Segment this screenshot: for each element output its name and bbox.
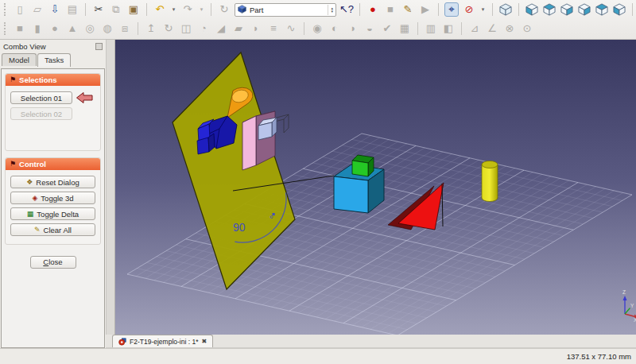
- whats-this-icon[interactable]: ↖?: [339, 2, 354, 17]
- yellow-cylinder[interactable]: [482, 161, 498, 202]
- part-ruled-surface-icon: ◗: [249, 21, 263, 36]
- toolbar-separator: [632, 3, 633, 16]
- part-mirror-icon: ◫: [179, 21, 193, 36]
- undo-icon[interactable]: ↶: [153, 2, 167, 17]
- part-boolean-union-icon: ◐: [328, 21, 342, 36]
- zoom-fit-all-icon[interactable]: ⌖: [444, 2, 459, 17]
- paste-icon[interactable]: ▣: [126, 2, 141, 17]
- selection-02-button: Selection 02: [10, 107, 72, 120]
- toggle-3d-icon: ◈: [32, 195, 37, 202]
- workbench-spinner[interactable]: ▴▾: [328, 5, 333, 15]
- part-cone-icon: ▲: [65, 21, 80, 36]
- part-defeaturing-icon: ▦: [398, 21, 412, 36]
- selection-01-button[interactable]: Selection 01: [10, 91, 72, 104]
- redo-icon: ↷: [180, 2, 195, 17]
- view-front-icon[interactable]: [525, 2, 539, 17]
- part-loft-icon: ≡: [266, 21, 281, 36]
- control-group-title: Control: [19, 160, 46, 168]
- document-tab-close-icon[interactable]: ✖: [201, 339, 207, 345]
- clear-all-button[interactable]: ✎ Clear All: [10, 223, 95, 236]
- macro-play-icon: ▶: [418, 2, 432, 17]
- toolbar-separator: [417, 22, 418, 35]
- reset-dialog-button[interactable]: ❖ Reset Dialog: [10, 176, 95, 188]
- freecad-file-icon: [118, 338, 126, 346]
- toolbar-separator: [304, 22, 304, 35]
- tab-tasks[interactable]: Tasks: [37, 53, 71, 67]
- toolbar-separator: [461, 22, 462, 35]
- view-left-icon[interactable]: [612, 2, 626, 17]
- document-tab[interactable]: F2-T19-ejemplo-ini : 1* ✖: [112, 335, 213, 347]
- angle-handle-dot[interactable]: [273, 213, 275, 215]
- part-fillet-icon: ◔: [196, 21, 211, 36]
- tab-model[interactable]: Model: [2, 53, 37, 66]
- toolbar-separator: [138, 22, 138, 35]
- part-box-icon: ■: [13, 21, 27, 36]
- combo-view-panel: Combo View Model Tasks ⚑ Selections Sele…: [0, 40, 106, 348]
- document-tabstrip: F2-T19-ejemplo-ini : 1* ✖: [106, 335, 636, 348]
- part-extrude-icon: ↥: [144, 21, 158, 36]
- measure-linear-icon: ⊿: [467, 21, 482, 36]
- toolbar-separator: [518, 3, 519, 16]
- macro-record-icon[interactable]: ●: [366, 2, 380, 17]
- view-right-icon[interactable]: [560, 2, 574, 17]
- part-check-geometry-icon: ✔: [380, 21, 394, 36]
- toolbar-separator: [85, 3, 86, 16]
- part-section-icon: ◧: [441, 21, 456, 36]
- draw-style-icon[interactable]: ⊘: [462, 2, 476, 17]
- toolbar-separator: [492, 3, 493, 16]
- view-bottom-icon[interactable]: [595, 2, 609, 17]
- part-revolve-icon: ↻: [161, 21, 176, 36]
- part-boolean-common-icon: ◒: [363, 21, 377, 36]
- part-shape-builder-icon: ⧈: [118, 21, 132, 36]
- tasks-panel: ⚑ Selections Selection 01 Selection 02 ⚑…: [1, 68, 105, 348]
- toggle-3d-button[interactable]: ◈ Toggle 3d: [10, 192, 95, 204]
- part-compound-icon: ◉: [310, 21, 324, 36]
- toolbar-drag-handle[interactable]: [4, 3, 8, 16]
- save-icon[interactable]: ⇩: [48, 2, 62, 17]
- part-chamfer-icon: ◢: [214, 21, 228, 36]
- part-toolbar-drag-handle[interactable]: [4, 22, 8, 35]
- part-sweep-icon: ∿: [284, 21, 298, 36]
- toggle-delta-icon: ▦: [27, 211, 34, 218]
- undo-dropdown-arrow[interactable]: ▾: [170, 2, 177, 17]
- view-top-icon[interactable]: [542, 2, 556, 17]
- toolbar-separator: [146, 3, 147, 16]
- toolbar-row2: ■▮●▲◎◍⧈↥↻◫◔◢▰◗≡∿◉◐◑◒✔▦▥◧⊿∠⊗⊙: [0, 19, 636, 38]
- axis-y-label: Y: [630, 303, 634, 308]
- open-file-icon: ▱: [30, 2, 45, 17]
- panel-splitter[interactable]: [106, 40, 115, 348]
- draw-style-dropdown-arrow[interactable]: ▾: [479, 2, 487, 17]
- part-torus-icon: ◎: [83, 21, 97, 36]
- macro-edit-icon[interactable]: ✎: [401, 2, 415, 17]
- viewport-3d[interactable]: 90 °: [115, 40, 636, 335]
- green-cube[interactable]: [352, 155, 374, 176]
- part-tube-icon: ◍: [100, 21, 114, 36]
- toggle-delta-button[interactable]: ▦ Toggle Delta: [10, 207, 95, 220]
- refresh-icon: ↻: [217, 2, 231, 17]
- cut-icon[interactable]: ✂: [91, 2, 106, 17]
- selections-group: ⚑ Selections Selection 01 Selection 02: [5, 73, 101, 151]
- part-cross-sections-icon: ▥: [424, 21, 438, 36]
- measure-angular-icon: ∠: [485, 21, 499, 36]
- float-panel-icon[interactable]: [95, 43, 103, 50]
- toolbar-separator: [438, 3, 439, 16]
- control-group: ⚑ Control ❖ Reset Dialog ◈ Toggle 3d ▦ T…: [5, 157, 101, 245]
- workbench-value: Part: [250, 6, 324, 14]
- close-button[interactable]: Close: [30, 256, 76, 269]
- view-isometric-icon[interactable]: [498, 2, 513, 17]
- selections-group-title: Selections: [19, 76, 57, 84]
- selection-pointer-arrow-icon: [76, 92, 93, 103]
- redo-dropdown-arrow: ▾: [198, 2, 205, 17]
- yellow-plane[interactable]: [173, 52, 295, 289]
- status-dimensions: 137.51 x 77.10 mm: [567, 352, 631, 361]
- measurement-flag-icon: ⚑: [10, 161, 16, 168]
- measure-toggle-icon: ⊙: [520, 21, 534, 36]
- panel-title-label: Combo View: [3, 42, 46, 51]
- part-cylinder-icon: ▮: [30, 21, 45, 36]
- angle-value-label: 90: [233, 221, 246, 234]
- print-icon: ▤: [65, 2, 80, 17]
- 3d-scene[interactable]: 90 °: [115, 40, 636, 335]
- copy-icon: ⧉: [109, 2, 123, 17]
- workbench-selector[interactable]: Part▴▾: [235, 3, 336, 17]
- view-rear-icon[interactable]: [577, 2, 591, 17]
